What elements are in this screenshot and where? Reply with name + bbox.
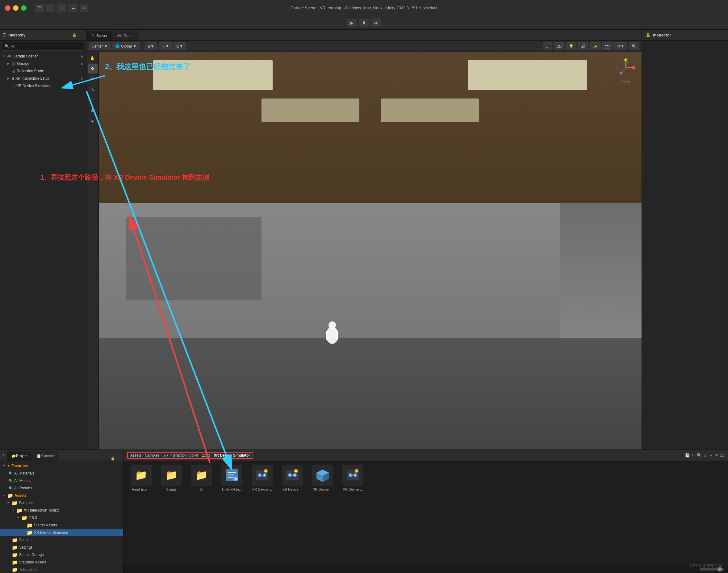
play-button[interactable]: ▶ — [347, 19, 357, 27]
grid-slider-thumb[interactable] — [718, 567, 722, 571]
pause-button[interactable]: ⏸ — [359, 19, 369, 27]
hierarchy-more-icon[interactable]: ⋮ — [80, 33, 84, 37]
view-options[interactable]: … — [543, 42, 552, 50]
search-scene[interactable]: 🔍 — [629, 42, 639, 50]
maximize-button[interactable] — [21, 5, 27, 11]
scene-panel-more[interactable]: ⋮ — [635, 36, 639, 41]
tab-scene[interactable]: ⊞ Scene — [87, 31, 112, 41]
toolbar-icon-menu[interactable]: ☰ — [35, 4, 44, 12]
project-item-starter-assets[interactable]: 📁 Starter Assets — [0, 521, 123, 529]
grid-toggle[interactable]: ⊞▼ — [145, 42, 157, 50]
hierarchy-item-reflection-probe[interactable]: ◎ Reflection Probe — [0, 67, 86, 75]
asset-item-ui[interactable]: 📁 UI — [188, 465, 215, 491]
lighting-toggle[interactable]: 💡 — [566, 42, 576, 50]
asset-item-xr-device-2[interactable]: ▶ XR Device ... — [278, 465, 306, 491]
assets-search-icon[interactable]: 🔍 — [697, 453, 702, 458]
gizmos-dropdown[interactable]: ⚙▼ — [614, 42, 627, 50]
expand-arrow-garage-scene: ▼ — [2, 55, 5, 58]
add-button[interactable]: + — [0, 450, 7, 461]
grid-size-slider[interactable] — [699, 568, 724, 571]
project-item-standard-assets[interactable]: 📁 Standard Assets — [0, 559, 123, 566]
toggle-2d[interactable]: 2D — [554, 42, 564, 50]
tool-rotate[interactable]: ↻ — [88, 74, 98, 84]
assets-fav-icon[interactable]: ★ — [709, 453, 713, 458]
global-dropdown[interactable]: 🌐 Global ▼ — [112, 42, 140, 50]
project-more-icon[interactable]: ⋮ — [117, 456, 121, 461]
project-item-assets[interactable]: ▼ 📁 Assets — [0, 492, 123, 499]
svg-rect-32 — [292, 474, 293, 476]
tool-rect[interactable]: ▭ — [88, 95, 98, 105]
project-lock-icon[interactable]: 🔒 — [110, 456, 115, 461]
hierarchy-search[interactable]: 🔍 — [2, 42, 84, 51]
tool-scale[interactable]: ⤡ — [88, 85, 98, 95]
tool-transform[interactable]: ⊕ — [88, 106, 98, 115]
2d-label: 2D — [557, 44, 562, 48]
gizmo-toggle[interactable]: ⊡▼ — [173, 42, 186, 50]
project-item-xr-device-sim-folder[interactable]: 📁 XR Device Simulator — [0, 529, 123, 536]
tool-move[interactable]: ✛ — [88, 64, 98, 73]
assets-warn-icon[interactable]: ⚠ — [704, 453, 707, 458]
hierarchy-item-garage-scene[interactable]: ▼ 🎮 Garage Scene* ▶ — [0, 52, 86, 60]
scene-cam-toggle[interactable]: 📷 — [602, 42, 613, 50]
step-button[interactable]: ⏭ — [371, 19, 381, 27]
close-button[interactable] — [5, 5, 10, 11]
minimize-button[interactable] — [13, 5, 18, 11]
svg-point-30 — [289, 474, 291, 476]
inspector-lock-icon[interactable]: 🔒 — [645, 33, 651, 37]
scene-content: Y Z Persp — [99, 52, 641, 450]
toolbar-icon-settings[interactable]: ⚙ — [80, 4, 88, 12]
project-item-favorites[interactable]: ▼ ★ Favorites — [0, 462, 123, 470]
tab-project[interactable]: 📁 Project — [7, 451, 32, 461]
project-item-all-materials[interactable]: 🔍 All Materials — [0, 470, 123, 477]
project-item-scenes[interactable]: 📁 Scenes — [0, 536, 123, 544]
asset-item-xr-device-1[interactable]: ▶ XR Device ... — [248, 465, 276, 491]
project-item-samples[interactable]: ▼ 📁 Samples — [0, 499, 123, 507]
project-item-all-models[interactable]: 🔍 All Models — [0, 477, 123, 484]
scene-viewport: Y Z Persp — [99, 52, 641, 450]
center-dropdown[interactable]: Center ▼ — [89, 42, 110, 50]
audio-toggle[interactable]: 🔊 — [578, 42, 588, 50]
ceiling-light-1 — [153, 60, 273, 90]
bottom-panel: + 📁 Project 📋 Console 🔒 ⋮ ▼ — [0, 450, 728, 573]
left-tools: ✋ ✛ ↻ ⤡ ▭ ⊕ ◈ — [87, 52, 99, 450]
hierarchy-item-xr-interaction-setup[interactable]: ▶ ⊞ XR Interaction Setup ▶ — [0, 75, 86, 82]
asset-item-unity-xr[interactable]: ✱ Unity.XR.In... — [218, 465, 246, 491]
snap-toggle[interactable]: ⋮▼ — [159, 42, 172, 50]
project-item-settings[interactable]: 📁 Settings — [0, 544, 123, 551]
unity-icon: 🎮 — [7, 54, 11, 58]
assets-save-icon[interactable]: 💾 — [685, 453, 690, 458]
project-item-all-prefabs[interactable]: 🔍 All Prefabs — [0, 484, 123, 492]
device-icon: ⊡ — [12, 84, 15, 88]
toolbar-icon-back[interactable]: ← — [46, 4, 55, 12]
svg-text:Y: Y — [627, 60, 629, 64]
tool-hand[interactable]: ✋ — [88, 53, 98, 63]
global-icon: 🌐 — [115, 44, 120, 48]
asset-item-xr-device-4[interactable]: ▶ XR Device ... — [339, 465, 367, 491]
tab-game[interactable]: 🎮 Game — [112, 31, 139, 41]
asset-item-scripts[interactable]: 📁 Scripts — [157, 465, 185, 491]
hierarchy-search-input[interactable] — [10, 44, 82, 48]
toolbar-icon-history[interactable]: ○ — [57, 4, 66, 12]
v253-label: 2.5.3 — [29, 516, 37, 520]
project-item-tutorial-info[interactable]: 📁 TutorialInfo — [0, 566, 123, 573]
assets-refresh-icon[interactable]: ↻ — [691, 453, 695, 458]
assets-panel: Assets › Samples › XR Interaction Toolki… — [123, 450, 728, 573]
traffic-lights — [5, 5, 27, 11]
folder-icon-hand-expr: 📁 — [135, 469, 147, 481]
breadcrumb-assets: Assets — [130, 453, 141, 458]
breadcrumb-current: XR Device Simulator — [214, 453, 250, 458]
hierarchy-item-garage[interactable]: ▶ ⬛ Garage ▶ — [0, 60, 86, 67]
toolbar-icon-cloud[interactable]: ☁ — [68, 4, 77, 12]
project-item-xr-toolkit[interactable]: ▼ 📁 XR Interaction Toolkit — [0, 507, 123, 514]
svg-rect-2 — [326, 331, 328, 340]
fx-toggle[interactable]: ✨ — [590, 42, 601, 50]
project-item-v253[interactable]: ▼ 📁 2.5.3 — [0, 514, 123, 521]
tab-console[interactable]: 📋 Console — [32, 451, 59, 461]
asset-item-hand-expr[interactable]: 📁 Hand Expr... — [127, 465, 155, 491]
tool-custom[interactable]: ◈ — [88, 116, 98, 126]
hierarchy-panel: ☰ Hierarchy 🔒 ⋮ 🔍 ▼ 🎮 Garage Scene* ▶ — [0, 30, 87, 450]
hierarchy-item-xr-device-simulator[interactable]: ⊡ XR Device Simulator — [0, 82, 86, 90]
asset-item-xr-device-3[interactable]: XR Device ... — [309, 465, 336, 491]
project-item-simple-garage[interactable]: 📁 Simple Garage — [0, 551, 123, 559]
hierarchy-lock-icon[interactable]: 🔒 — [72, 33, 76, 37]
